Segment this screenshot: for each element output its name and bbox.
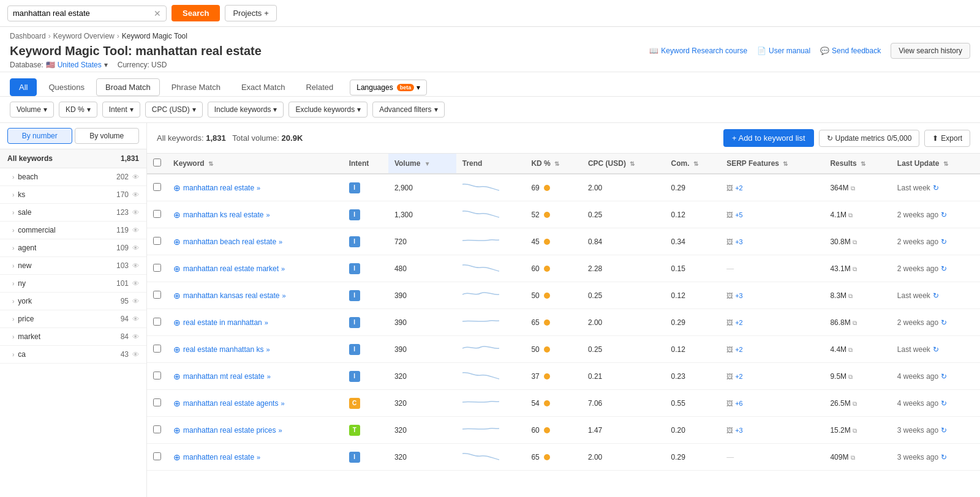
keyword-link[interactable]: ⊕ manhattan real estate prices » [173, 425, 337, 435]
eye-icon[interactable]: 👁 [132, 244, 139, 252]
chevron-db-icon[interactable]: ▾ [104, 61, 108, 69]
header-keyword[interactable]: Keyword ⇅ [167, 154, 343, 174]
eye-icon[interactable]: 👁 [132, 280, 139, 287]
refresh-icon[interactable]: ↻ [941, 426, 947, 435]
refresh-icon[interactable]: ↻ [933, 291, 939, 300]
row-checkbox[interactable] [153, 452, 161, 460]
header-cpc[interactable]: CPC (USD) ⇅ [582, 154, 665, 174]
refresh-icon[interactable]: ↻ [933, 345, 939, 354]
keyword-link[interactable]: ⊕ manhattan real estate market » [173, 264, 337, 274]
feedback-link[interactable]: 💬 Send feedback [820, 47, 881, 55]
header-intent[interactable]: Intent [343, 154, 388, 174]
refresh-icon[interactable]: ↻ [933, 184, 939, 192]
select-all-checkbox[interactable] [153, 159, 161, 166]
update-metrics-button[interactable]: ↻ Update metrics 0/5,000 [819, 130, 920, 147]
sidebar-item[interactable]: › ks 170 👁 [0, 186, 146, 204]
refresh-icon[interactable]: ↻ [941, 453, 947, 461]
header-volume[interactable]: Volume ▼ [388, 154, 456, 174]
keyword-link[interactable]: ⊕ manhattan mt real estate » [173, 372, 337, 381]
view-history-button[interactable]: View search history [891, 43, 970, 59]
keyword-link[interactable]: ⊕ manhattan real estate agents » [173, 398, 337, 408]
row-checkbox[interactable] [153, 264, 161, 272]
keyword-link[interactable]: ⊕ manhattan kansas real estate » [173, 291, 337, 301]
keyword-link[interactable]: ⊕ manhattan beach real estate » [173, 237, 337, 247]
tab-broad-match[interactable]: Broad Match [96, 78, 160, 96]
exclude-keywords-filter[interactable]: Exclude keywords ▾ [288, 102, 368, 118]
row-checkbox[interactable] [153, 210, 161, 218]
sidebar-item[interactable]: › ca 43 👁 [0, 346, 146, 364]
eye-icon[interactable]: 👁 [132, 333, 139, 340]
row-checkbox[interactable] [153, 318, 161, 326]
row-checkbox[interactable] [153, 291, 161, 299]
eye-icon[interactable]: 👁 [132, 262, 139, 269]
row-checkbox[interactable] [153, 425, 161, 433]
refresh-icon[interactable]: ↻ [941, 237, 947, 246]
intent-filter[interactable]: Intent ▾ [102, 102, 140, 118]
keyword-link[interactable]: ⊕ manhatten real estate » [173, 452, 337, 462]
tab-exact-match[interactable]: Exact Match [232, 78, 295, 96]
projects-button[interactable]: Projects + [225, 5, 277, 21]
by-volume-button[interactable]: By volume [75, 128, 140, 144]
sidebar-item-left: › new [12, 261, 31, 270]
sidebar-item[interactable]: › ny 101 👁 [0, 275, 146, 293]
sidebar-item[interactable]: › york 95 👁 [0, 293, 146, 310]
clear-icon[interactable]: ✕ [154, 9, 161, 18]
header-com[interactable]: Com. ⇅ [665, 154, 721, 174]
search-button[interactable]: Search [172, 5, 220, 21]
database-link[interactable]: United States [58, 61, 102, 69]
refresh-icon[interactable]: ↻ [941, 399, 947, 408]
header-results[interactable]: Results ⇅ [824, 154, 891, 174]
keyword-link[interactable]: ⊕ real estate in manhattan » [173, 318, 337, 327]
sidebar-item[interactable]: › new 103 👁 [0, 257, 146, 275]
languages-button[interactable]: Languages beta ▾ [350, 80, 427, 95]
search-input[interactable] [13, 9, 151, 18]
refresh-icon[interactable]: ↻ [941, 211, 947, 219]
row-checkbox[interactable] [153, 372, 161, 379]
eye-icon[interactable]: 👁 [132, 173, 139, 181]
by-number-button[interactable]: By number [7, 128, 72, 144]
eye-icon[interactable]: 👁 [132, 315, 139, 323]
refresh-icon[interactable]: ↻ [941, 372, 947, 381]
tab-related[interactable]: Related [296, 78, 342, 96]
keyword-link[interactable]: ⊕ manhattan ks real estate » [173, 210, 337, 220]
kd-dot [544, 454, 550, 460]
tab-all[interactable]: All [10, 78, 37, 96]
add-to-keyword-list-button[interactable]: + Add to keyword list [723, 129, 814, 147]
header-kd[interactable]: KD % ⇅ [525, 154, 581, 174]
course-link[interactable]: 📖 Keyword Research course [649, 47, 747, 55]
tab-questions[interactable]: Questions [39, 78, 94, 96]
breadcrumb-overview[interactable]: Keyword Overview [53, 32, 115, 40]
eye-icon[interactable]: 👁 [132, 226, 139, 234]
sidebar-item[interactable]: › sale 123 👁 [0, 204, 146, 222]
advanced-filters[interactable]: Advanced filters ▾ [372, 102, 444, 118]
eye-icon[interactable]: 👁 [132, 191, 139, 198]
keyword-link[interactable]: ⊕ manhattan real estate » [173, 183, 337, 193]
manual-link[interactable]: 📄 User manual [757, 47, 810, 55]
kd-filter[interactable]: KD % ▾ [59, 102, 97, 118]
sidebar-item[interactable]: › agent 109 👁 [0, 239, 146, 257]
row-checkbox[interactable] [153, 237, 161, 245]
row-checkbox[interactable] [153, 345, 161, 353]
export-button[interactable]: ⬆ Export [924, 130, 970, 147]
volume-filter[interactable]: Volume ▾ [10, 102, 54, 118]
row-checkbox[interactable] [153, 398, 161, 406]
breadcrumb-dashboard[interactable]: Dashboard [10, 32, 46, 40]
tab-phrase-match[interactable]: Phrase Match [162, 78, 230, 96]
cpc-filter[interactable]: CPC (USD) ▾ [145, 102, 203, 118]
refresh-icon[interactable]: ↻ [941, 318, 947, 327]
header-last-update[interactable]: Last Update ⇅ [891, 154, 980, 174]
sidebar-item[interactable]: › price 94 👁 [0, 310, 146, 328]
refresh-icon[interactable]: ↻ [941, 264, 947, 273]
sidebar-item-count: 202 [116, 173, 129, 181]
keyword-link[interactable]: ⊕ real estate manhattan ks » [173, 345, 337, 354]
eye-icon[interactable]: 👁 [132, 209, 139, 216]
eye-icon[interactable]: 👁 [132, 297, 139, 305]
header-serp[interactable]: SERP Features ⇅ [720, 154, 824, 174]
sidebar-item[interactable]: › market 84 👁 [0, 328, 146, 346]
eye-icon[interactable]: 👁 [132, 351, 139, 358]
include-keywords-filter[interactable]: Include keywords ▾ [208, 102, 284, 118]
header-trend[interactable]: Trend [456, 154, 526, 174]
sidebar-item[interactable]: › beach 202 👁 [0, 168, 146, 186]
row-checkbox[interactable] [153, 183, 161, 191]
sidebar-item[interactable]: › commercial 119 👁 [0, 222, 146, 239]
